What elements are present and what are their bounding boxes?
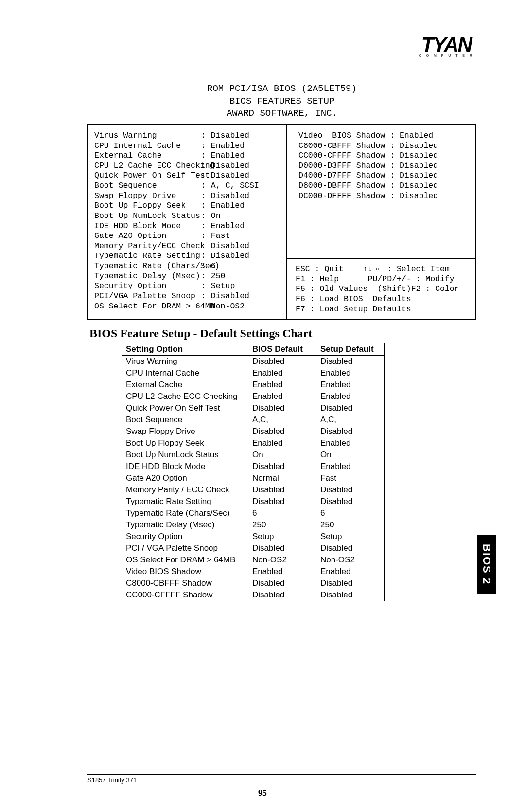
table-row: OS Select For DRAM > 64MBNon-OS2Non-OS2 xyxy=(122,554,385,566)
bios-setting-value: : Disabled xyxy=(201,251,249,261)
bios-setting-label: Boot Up Floppy Seek xyxy=(94,201,201,211)
footer-text: S1857 Trinity 371 xyxy=(88,774,476,784)
table-cell: Boot Sequence xyxy=(122,414,248,426)
table-cell: Enabled xyxy=(316,391,385,402)
bios-setting-value: : Enabled xyxy=(201,201,245,211)
section-title: BIOS Feature Setup - Default Settings Ch… xyxy=(89,327,476,340)
table-row: Swap Floppy DriveDisabledDisabled xyxy=(122,426,385,437)
table-cell: Boot Up NumLock Status xyxy=(122,449,248,461)
table-cell: Normal xyxy=(248,472,316,484)
table-cell: Disabled xyxy=(316,496,385,507)
table-cell: Typematic Delay (Msec) xyxy=(122,519,248,531)
bios-help-row: ESC : Quit ↑↓→← : Select Item xyxy=(296,264,470,274)
bios-setting-label: External Cache xyxy=(94,151,201,161)
table-cell: Disabled xyxy=(316,577,385,589)
bios-setting-row: Typematic Rate Setting: Disabled xyxy=(94,251,283,261)
bios-setting-row: Virus Warning: Disabled xyxy=(94,131,283,141)
table-cell: Disabled xyxy=(316,589,385,601)
bios-setting-row: External Cache: Enabled xyxy=(94,151,283,161)
bios-setting-row: Memory Parity/ECC Check: Disabled xyxy=(94,241,283,252)
bios-setting-row: Boot Up NumLock Status: On xyxy=(94,211,283,221)
table-cell: Disabled xyxy=(316,402,385,414)
bios-setting-row: PCI/VGA Palette Snoop: Disabled xyxy=(94,291,283,302)
brand-subtitle: C O M P U T E R xyxy=(419,54,474,57)
bios-shadow-row: Video BIOS Shadow : Enabled xyxy=(298,131,470,141)
bios-setting-row: Boot Up Floppy Seek: Enabled xyxy=(94,201,283,211)
table-cell: Disabled xyxy=(248,426,316,437)
bios-setting-label: CPU L2 Cache ECC Checking xyxy=(94,161,201,171)
defaults-table: Setting Option BIOS Default Setup Defaul… xyxy=(122,343,385,601)
bios-setting-value: : Disabled xyxy=(201,171,249,181)
table-row: Boot Up Floppy SeekEnabledEnabled xyxy=(122,437,385,449)
table-cell: Disabled xyxy=(248,542,316,554)
table-cell: On xyxy=(248,449,316,461)
bios-setting-label: CPU Internal Cache xyxy=(94,141,201,151)
table-row: IDE HDD Block ModeDisabledEnabled xyxy=(122,461,385,472)
bios-setting-label: PCI/VGA Palette Snoop xyxy=(94,291,201,302)
bios-setting-row: Typematic Delay (Msec): 250 xyxy=(94,271,283,282)
bios-shadow-row: D4000-D7FFF Shadow : Disabled xyxy=(298,171,470,181)
bios-setting-row: Gate A20 Option: Fast xyxy=(94,231,283,241)
table-cell: Disabled xyxy=(316,484,385,496)
table-cell: Enabled xyxy=(248,566,316,577)
bios-setting-row: IDE HDD Block Mode: Enabled xyxy=(94,221,283,232)
bios-setting-row: Typematic Rate (Chars/Sec): 6 xyxy=(94,261,283,271)
bios-setting-row: Boot Sequence: A, C, SCSI xyxy=(94,181,283,191)
table-cell: Disabled xyxy=(248,589,316,601)
table-row: Boot SequenceA,C,A,C, xyxy=(122,414,385,426)
bios-help-row: F6 : Load BIOS Defaults xyxy=(296,294,470,305)
brand-name: TYAN xyxy=(419,36,474,53)
table-cell: Disabled xyxy=(316,356,385,368)
table-cell: Disabled xyxy=(248,496,316,507)
bios-setting-value: : Non-OS2 xyxy=(201,302,245,312)
table-cell: 250 xyxy=(248,519,316,531)
table-cell: Enabled xyxy=(316,461,385,472)
table-cell: External Cache xyxy=(122,379,248,391)
bios-header: ROM PCI/ISA BIOS (2A5LET59) BIOS FEATURE… xyxy=(88,83,476,120)
table-row: PCI / VGA Palette SnoopDisabledDisabled xyxy=(122,542,385,554)
table-cell: CPU Internal Cache xyxy=(122,367,248,379)
bios-shadow-row: DC000-DFFFF Shadow : Disabled xyxy=(298,191,470,201)
table-cell: Security Option xyxy=(122,531,248,542)
table-cell: Disabled xyxy=(248,461,316,472)
table-row: Gate A20 OptionNormalFast xyxy=(122,472,385,484)
table-row: Quick Power On Self TestDisabledDisabled xyxy=(122,402,385,414)
table-cell: Typematic Rate (Chars/Sec) xyxy=(122,507,248,519)
table-cell: Boot Up Floppy Seek xyxy=(122,437,248,449)
table-cell: Virus Warning xyxy=(122,356,248,368)
table-cell: 6 xyxy=(248,507,316,519)
table-cell: CC000-CFFFF Shadow xyxy=(122,589,248,601)
th-setting: Setting Option xyxy=(122,343,248,356)
table-cell: 250 xyxy=(316,519,385,531)
table-cell: Fast xyxy=(316,472,385,484)
bios-help-row: F1 : Help PU/PD/+/- : Modify xyxy=(296,274,470,285)
table-cell: Setup xyxy=(316,531,385,542)
table-cell: Enabled xyxy=(316,379,385,391)
table-cell: Setup xyxy=(248,531,316,542)
bios-setting-value: : Disabled xyxy=(201,291,249,302)
table-row: Typematic Delay (Msec)250250 xyxy=(122,519,385,531)
bios-shadow-panel: Video BIOS Shadow : EnabledC8000-CBFFF S… xyxy=(287,125,475,258)
page: TYAN C O M P U T E R ROM PCI/ISA BIOS (2… xyxy=(0,0,525,812)
bios-setting-label: IDE HDD Block Mode xyxy=(94,221,201,232)
table-row: C8000-CBFFF ShadowDisabledDisabled xyxy=(122,577,385,589)
table-cell: Memory Parity / ECC Check xyxy=(122,484,248,496)
bios-setting-value: : Enabled xyxy=(201,221,245,232)
bios-shadow-row: D8000-DBFFF Shadow : Disabled xyxy=(298,181,470,191)
bios-setting-value: : Disabled xyxy=(201,131,249,141)
bios-setting-value: : Enabled xyxy=(201,151,245,161)
bios-setting-row: Swap Floppy Drive: Disabled xyxy=(94,191,283,201)
table-row: CPU L2 Cache ECC CheckingEnabledEnabled xyxy=(122,391,385,402)
table-row: CC000-CFFFF ShadowDisabledDisabled xyxy=(122,589,385,601)
bios-setting-label: Typematic Delay (Msec) xyxy=(94,271,201,282)
table-cell: A,C, xyxy=(316,414,385,426)
table-cell: Disabled xyxy=(248,484,316,496)
table-cell: C8000-CBFFF Shadow xyxy=(122,577,248,589)
table-cell: OS Select For DRAM > 64MB xyxy=(122,554,248,566)
side-tab: BIOS 2 xyxy=(477,535,496,594)
table-cell: Disabled xyxy=(248,356,316,368)
table-cell: A,C, xyxy=(248,414,316,426)
bios-setting-value: : Disabled xyxy=(201,191,249,201)
bios-setting-label: Quick Power On Self Test xyxy=(94,171,201,181)
bios-setting-value: : A, C, SCSI xyxy=(201,181,259,191)
